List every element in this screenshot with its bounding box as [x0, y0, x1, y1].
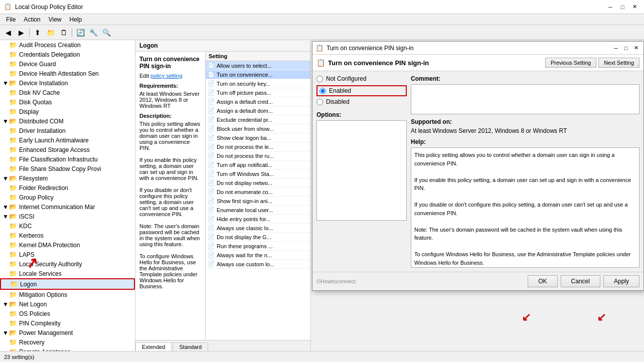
setting-item-wait-for-n[interactable]: 📄 Always wait for the n... [206, 251, 310, 260]
tree-item-net-logon[interactable]: ▼ 📂 Net Logon [0, 299, 135, 309]
enabled-label: Enabled [329, 87, 351, 94]
expand-icon[interactable]: ▼ [2, 175, 9, 182]
setting-item-custom-lo[interactable]: 📄 Always use custom lo... [206, 260, 310, 269]
setting-item-security-key[interactable]: 📄 Turn on security key... [206, 79, 310, 88]
tree-item-internet-comm[interactable]: ▼ 📂 Internet Communication Mar [0, 202, 135, 212]
dialog-max-btn[interactable]: □ [621, 44, 630, 52]
tree-item-audit[interactable]: 📁 Audit Process Creation [0, 40, 135, 50]
setting-item-enum-local[interactable]: 📄 Enumerate local user... [206, 206, 310, 215]
tab-standard[interactable]: Standard [173, 342, 208, 351]
apply-button[interactable]: Apply [603, 275, 639, 287]
setting-item-picture-pass[interactable]: 📄 Turn off picture pass... [206, 88, 310, 97]
tree-item-display[interactable]: 📁 Display [0, 107, 135, 116]
setting-item-hide-entry[interactable]: 📄 Hide entry points for... [206, 215, 310, 224]
tree-item-iscsi[interactable]: ▼ 📂 iSCSI [0, 212, 135, 221]
setting-item-app-notif[interactable]: 📄 Turn off app notificati... [206, 160, 310, 169]
menu-file[interactable]: File [2, 15, 20, 24]
expand-icon[interactable]: ▼ [2, 301, 9, 308]
setting-item-not-enum[interactable]: 📄 Do not enumerate co... [206, 188, 310, 197]
tree-item-kernel-dma[interactable]: 📁 Kernel DMA Protection [0, 240, 135, 250]
tree-item-mitigation[interactable]: 📁 Mitigation Options [0, 290, 135, 299]
setting-item-turn-on-convenience[interactable]: 📄 Turn on convenience... [206, 70, 310, 79]
menu-view[interactable]: View [45, 15, 66, 24]
tree-item-credentials[interactable]: 📁 Credentials Delegation [0, 50, 135, 59]
tree-item-locale[interactable]: 📁 Locale Services [0, 269, 135, 278]
setting-item-windows-sta[interactable]: 📄 Turn off Windows Sta... [206, 169, 310, 178]
toolbar-back[interactable]: ◀ [2, 27, 14, 38]
radio-enabled[interactable]: Enabled [319, 87, 351, 94]
cancel-button[interactable]: Cancel [561, 275, 600, 287]
ok-button[interactable]: OK [528, 275, 557, 287]
toolbar-notes[interactable]: 🗒 [58, 27, 70, 38]
setting-item-show-clear[interactable]: 📄 Show clear logon ba... [206, 133, 310, 142]
tree-item-device-health[interactable]: 📁 Device Health Attestation Sen [0, 69, 135, 78]
maximize-btn[interactable]: □ [617, 3, 628, 12]
setting-item-classic-lo[interactable]: 📄 Always use classic lo... [206, 224, 310, 233]
expand-icon[interactable]: ▼ [2, 213, 9, 220]
setting-item-block-user[interactable]: 📄 Block user from show... [206, 124, 310, 133]
tree-item-device-installation[interactable]: ▼ 📂 Device Installation [0, 78, 135, 88]
tree-item-remote-assist[interactable]: 📁 Remote Assistance [0, 347, 135, 351]
toolbar-folder[interactable]: 📁 [45, 27, 57, 38]
setting-item-not-display-g[interactable]: 📄 Do not display the G... [206, 233, 310, 242]
prev-setting-btn[interactable]: Previous Setting [545, 58, 596, 68]
tree-item-kerberos[interactable]: 📁 Kerberos [0, 231, 135, 240]
tree-item-early-launch[interactable]: 📁 Early Launch Antimalware [0, 135, 135, 145]
minimize-btn[interactable]: ─ [605, 3, 616, 12]
setting-item-not-process-le[interactable]: 📄 Do not process the le... [206, 142, 310, 151]
tree-item-filesystem[interactable]: ▼ 📂 Filesystem [0, 173, 135, 183]
radio-not-configured-input[interactable] [316, 76, 323, 82]
setting-item-assign-dom[interactable]: 📄 Assign a default dom... [206, 106, 310, 115]
setting-item-first-signin[interactable]: 📄 Show first sign-in ani... [206, 197, 310, 206]
toolbar-up[interactable]: ⬆ [32, 27, 44, 38]
setting-item-not-display-netw[interactable]: 📄 Do not display netwo... [206, 178, 310, 188]
tree-item-logon[interactable]: 📁 Logon [0, 278, 135, 290]
radio-disabled[interactable]: Disabled [316, 98, 407, 105]
comment-box[interactable] [411, 84, 639, 114]
dialog-min-btn[interactable]: ─ [611, 44, 620, 52]
expand-icon[interactable]: ▼ [2, 329, 9, 336]
not-configured-label: Not Configured [326, 75, 367, 82]
tree-item-pin[interactable]: 📁 PIN Complexity [0, 318, 135, 328]
expand-icon[interactable]: ▼ [2, 204, 9, 211]
expand-icon[interactable]: ▼ [2, 118, 9, 125]
tree-item-kdc[interactable]: 📁 KDC [0, 221, 135, 231]
tree-item-disk-nv[interactable]: 📁 Disk NV Cache [0, 88, 135, 97]
setting-item-exclude-cred[interactable]: 📄 Exclude credential pr... [206, 115, 310, 124]
setting-icon: 📄 [208, 89, 215, 96]
enabled-option-box: Enabled [316, 85, 407, 96]
setting-item-allow-users[interactable]: 📄 Allow users to select... [206, 61, 310, 70]
close-btn[interactable]: ✕ [629, 3, 640, 12]
tree-item-folder-redirection[interactable]: 📁 Folder Redirection [0, 183, 135, 193]
toolbar-properties[interactable]: 🔧 [87, 27, 99, 38]
tree-item-file-share[interactable]: 📁 File Share Shadow Copy Provi [0, 164, 135, 173]
tree-item-os-policies[interactable]: 📁 OS Policies [0, 309, 135, 318]
tree-item-group-policy[interactable]: 📁 Group Policy [0, 193, 135, 202]
tree-item-distributed-com[interactable]: ▼ 📂 Distributed COM [0, 116, 135, 126]
toolbar-forward[interactable]: ▶ [15, 27, 27, 38]
dialog-close-btn[interactable]: ✕ [631, 44, 640, 52]
tree-item-device-guard[interactable]: 📁 Device Guard [0, 59, 135, 69]
tree-item-recovery[interactable]: 📁 Recovery [0, 337, 135, 347]
radio-disabled-input[interactable] [316, 99, 323, 105]
menu-help[interactable]: Help [66, 15, 86, 24]
toolbar-filter[interactable]: 🔍 [100, 27, 112, 38]
tree-item-laps[interactable]: 📁 LAPS [0, 250, 135, 259]
setting-item-not-process-ru[interactable]: 📄 Do not process the ru... [206, 151, 310, 160]
next-setting-btn[interactable]: Next Setting [598, 58, 639, 68]
setting-item-assign-cred[interactable]: 📄 Assign a default cred... [206, 97, 310, 106]
setting-item-run-programs[interactable]: 📄 Run these programs ... [206, 242, 310, 251]
toolbar-refresh[interactable]: 🔄 [74, 27, 86, 38]
menu-action[interactable]: Action [20, 15, 44, 24]
radio-enabled-input[interactable] [319, 88, 326, 94]
tree-item-power[interactable]: ▼ 📂 Power Management [0, 328, 135, 337]
tree-item-local-security[interactable]: 📁 Local Security Authority [0, 259, 135, 269]
tab-extended[interactable]: Extended [135, 342, 172, 351]
expand-icon[interactable]: ▼ [2, 80, 9, 87]
tree-item-enhanced-storage[interactable]: 📁 Enhanced Storage Access [0, 145, 135, 154]
tree-item-driver[interactable]: 📁 Driver Installation [0, 126, 135, 135]
policy-link[interactable]: policy setting [150, 73, 183, 79]
radio-not-configured[interactable]: Not Configured [316, 75, 407, 82]
tree-item-file-classification[interactable]: 📁 File Classification Infrastructu [0, 154, 135, 164]
tree-item-disk-quotas[interactable]: 📁 Disk Quotas [0, 97, 135, 107]
